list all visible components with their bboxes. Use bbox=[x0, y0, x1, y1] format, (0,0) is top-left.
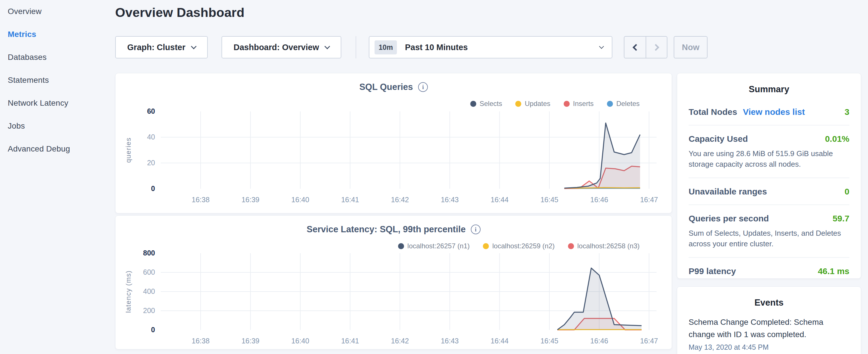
legend-label: Selects bbox=[480, 100, 502, 108]
sql-queries-chart-card: SQL Queries i SelectsUpdatesInsertsDelet… bbox=[115, 73, 672, 213]
x-axis-tick-label: 16:38 bbox=[181, 337, 221, 345]
sidebar-item-overview[interactable]: Overview bbox=[0, 0, 115, 23]
x-axis-tick-label: 16:47 bbox=[629, 337, 669, 345]
summary-panel: Summary Total Nodes View nodes list 3 Ca… bbox=[677, 73, 861, 279]
x-axis-tick-label: 16:42 bbox=[380, 337, 420, 345]
legend-label: localhost:26258 (n3) bbox=[578, 242, 640, 250]
chart-plot-area[interactable] bbox=[161, 111, 656, 189]
legend-dot-icon bbox=[470, 101, 476, 107]
legend-item: localhost:26258 (n3) bbox=[568, 242, 640, 250]
legend-item: Inserts bbox=[564, 100, 594, 108]
x-axis-tick-label: 16:44 bbox=[479, 337, 520, 345]
dashboard-dropdown[interactable]: Dashboard: Overview bbox=[221, 36, 341, 58]
x-axis-tick-label: 16:43 bbox=[430, 196, 470, 204]
y-axis-tick-label: 0 bbox=[118, 185, 155, 193]
event-item[interactable]: Schema Change Completed: Schema change w… bbox=[689, 316, 849, 351]
prev-time-button[interactable] bbox=[624, 37, 646, 58]
time-step-buttons bbox=[624, 36, 668, 58]
x-axis-tick-label: 16:38 bbox=[181, 196, 221, 204]
dashboard-dropdown-label: Dashboard: Overview bbox=[234, 43, 319, 52]
next-time-button[interactable] bbox=[646, 37, 667, 58]
x-axis-tick-label: 16:39 bbox=[230, 196, 271, 204]
summary-row-value: 3 bbox=[844, 107, 849, 117]
chart-title: Service Latency: SQL, 99th percentile bbox=[307, 224, 466, 234]
summary-row-unavailable-ranges: Unavailable ranges 0 bbox=[689, 178, 849, 205]
event-text: Schema Change Completed: Schema change w… bbox=[689, 316, 849, 341]
x-axis-tick-label: 16:46 bbox=[579, 196, 619, 204]
x-axis-tick-label: 16:47 bbox=[629, 196, 669, 204]
toolbar-spacer bbox=[208, 36, 221, 58]
sidebar-item-network-latency[interactable]: Network Latency bbox=[0, 92, 115, 115]
legend-dot-icon bbox=[607, 101, 613, 107]
graph-dropdown[interactable]: Graph: Cluster bbox=[115, 36, 208, 58]
legend-dot-icon bbox=[483, 243, 489, 249]
events-title: Events bbox=[677, 297, 861, 308]
legend-label: localhost:26259 (n2) bbox=[492, 242, 555, 250]
legend-label: Updates bbox=[525, 100, 550, 108]
chevron-right-icon bbox=[652, 44, 659, 51]
time-range-badge: 10m bbox=[375, 40, 397, 55]
summary-row-label: Capacity Used bbox=[689, 134, 748, 144]
summary-row-label: Total Nodes bbox=[689, 107, 737, 117]
chart-title: SQL Queries bbox=[359, 82, 413, 92]
summary-row-label: P99 latency bbox=[689, 266, 736, 276]
summary-title: Summary bbox=[677, 84, 861, 95]
chevron-down-icon bbox=[324, 43, 330, 49]
now-button[interactable]: Now bbox=[674, 36, 708, 58]
sidebar-item-jobs[interactable]: Jobs bbox=[0, 115, 115, 137]
x-axis-tick-label: 16:41 bbox=[330, 196, 370, 204]
x-axis-tick-label: 16:46 bbox=[579, 337, 619, 345]
y-axis-tick-label: 40 bbox=[118, 133, 155, 141]
x-axis-tick-label: 16:43 bbox=[430, 337, 470, 345]
info-icon[interactable]: i bbox=[471, 225, 480, 234]
legend-label: localhost:26257 (n1) bbox=[407, 242, 470, 250]
chart-legend: SelectsUpdatesInsertsDeletes bbox=[470, 100, 640, 108]
sidebar-item-metrics[interactable]: Metrics bbox=[0, 23, 115, 46]
info-icon[interactable]: i bbox=[418, 82, 428, 92]
summary-row-value: 46.1 ms bbox=[818, 266, 849, 276]
toolbar-divider bbox=[355, 36, 356, 58]
summary-row-label: Unavailable ranges bbox=[689, 187, 767, 196]
chart-legend: localhost:26257 (n1)localhost:26259 (n2)… bbox=[398, 242, 640, 250]
legend-item: Selects bbox=[470, 100, 502, 108]
legend-label: Deletes bbox=[616, 100, 640, 108]
time-range-dropdown[interactable]: 10m Past 10 Minutes bbox=[369, 36, 612, 58]
x-axis-tick-label: 16:40 bbox=[280, 337, 320, 345]
summary-row-queries-per-second: Queries per second 59.7 Sum of Selects, … bbox=[689, 205, 849, 258]
chart-plot-area[interactable] bbox=[161, 253, 656, 330]
legend-dot-icon bbox=[568, 243, 574, 249]
legend-dot-icon bbox=[398, 243, 404, 249]
sidebar-item-databases[interactable]: Databases bbox=[0, 46, 115, 69]
legend-item: localhost:26259 (n2) bbox=[483, 242, 555, 250]
summary-row-total-nodes: Total Nodes View nodes list 3 bbox=[689, 99, 849, 125]
x-axis-tick-label: 16:44 bbox=[479, 196, 520, 204]
summary-row-value: 59.7 bbox=[833, 214, 849, 223]
summary-row-value: 0 bbox=[844, 187, 849, 196]
chevron-left-icon bbox=[632, 44, 639, 51]
y-axis-unit-label: queries bbox=[124, 107, 133, 193]
events-panel: Events Schema Change Completed: Schema c… bbox=[677, 286, 861, 354]
y-axis-tick-label: 200 bbox=[118, 307, 155, 315]
page-title: Overview Dashboard bbox=[115, 5, 244, 20]
x-axis-tick-label: 16:39 bbox=[230, 337, 271, 345]
sidebar-item-advanced-debug[interactable]: Advanced Debug bbox=[0, 137, 115, 160]
summary-row-p99-latency: P99 latency 46.1 ms bbox=[689, 258, 849, 279]
summary-row-description: Sum of Selects, Updates, Inserts, and De… bbox=[689, 228, 849, 249]
summary-row-description: You are using 28.6 MiB of 515.9 GiB usab… bbox=[689, 148, 849, 169]
y-axis-tick-label: 400 bbox=[118, 287, 155, 296]
sidebar-item-statements[interactable]: Statements bbox=[0, 69, 115, 92]
summary-row-label: Queries per second bbox=[689, 214, 769, 223]
x-axis-tick-label: 16:42 bbox=[380, 196, 420, 204]
legend-item: Deletes bbox=[607, 100, 640, 108]
y-axis-tick-label: 0 bbox=[118, 326, 155, 334]
legend-item: localhost:26257 (n1) bbox=[398, 242, 470, 250]
chevron-down-icon bbox=[191, 43, 196, 49]
y-axis-tick-label: 20 bbox=[118, 159, 155, 167]
y-axis-tick-label: 600 bbox=[118, 268, 155, 277]
chevron-down-icon bbox=[599, 44, 604, 49]
view-nodes-list-link[interactable]: View nodes list bbox=[743, 107, 805, 117]
time-range-label: Past 10 Minutes bbox=[405, 43, 468, 52]
sidebar: Overview Metrics Databases Statements Ne… bbox=[0, 0, 115, 354]
legend-dot-icon bbox=[564, 101, 570, 107]
legend-label: Inserts bbox=[573, 100, 594, 108]
